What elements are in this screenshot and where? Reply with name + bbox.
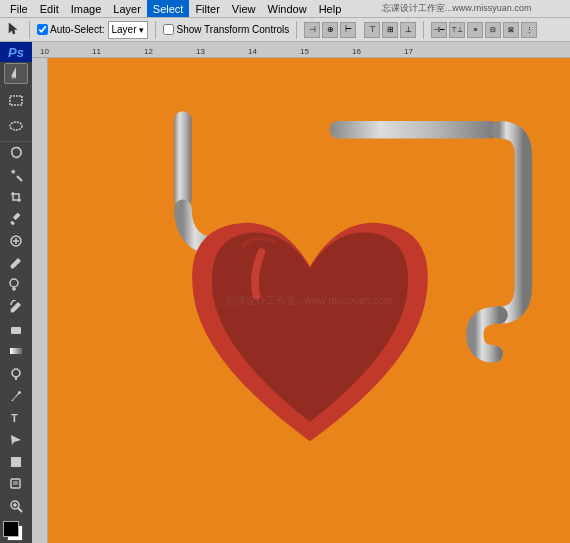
ps-logo: Ps	[0, 42, 32, 62]
move-tool-icon	[4, 21, 22, 39]
ellipse-marquee-tool[interactable]	[4, 114, 28, 138]
ruler-horizontal: 10 11 12 13 14 15 16 17	[32, 42, 570, 58]
clone-tool[interactable]	[4, 275, 28, 295]
select-tools	[0, 85, 32, 142]
svg-rect-12	[11, 327, 21, 334]
svg-marker-18	[11, 435, 21, 445]
toolbox: Ps	[0, 42, 32, 543]
align-center-h-btn[interactable]: ⊞	[382, 22, 398, 38]
watermark-menubar: 忘课设计工作室...www.missyuan.com	[347, 2, 566, 15]
svg-point-3	[10, 122, 22, 130]
shape-tool[interactable]	[4, 452, 28, 472]
ruler-h-tick-14: 14	[248, 47, 257, 56]
separator-1	[29, 21, 30, 39]
content-area: 10 11 12 13 14 15 16 17	[32, 42, 570, 543]
align-top-btn[interactable]: ⊤	[364, 22, 380, 38]
separator-3	[296, 21, 297, 39]
svg-marker-1	[11, 67, 16, 79]
lasso-tool[interactable]	[4, 143, 28, 163]
show-transform-label: Show Transform Controls	[176, 24, 289, 35]
align-buttons: ⊣ ⊕ ⊢ ⊤ ⊞ ⊥	[304, 22, 416, 38]
show-transform-checkbox-group: Show Transform Controls	[163, 24, 289, 35]
magic-wand-tool[interactable]	[4, 165, 28, 185]
canvas-wrapper: 忘课设计工作室...www.missyuan.com	[32, 58, 570, 543]
ruler-h-tick-12: 12	[144, 47, 153, 56]
menu-window[interactable]: Window	[262, 0, 313, 17]
artwork-svg	[48, 58, 570, 543]
toolbar: Auto-Select: Layer Show Transform Contro…	[0, 18, 570, 42]
svg-rect-13	[10, 348, 22, 354]
dodge-tool[interactable]	[4, 363, 28, 383]
menu-select[interactable]: Select	[147, 0, 190, 17]
menu-help[interactable]: Help	[313, 0, 348, 17]
menu-file[interactable]: File	[4, 0, 34, 17]
menu-layer[interactable]: Layer	[107, 0, 147, 17]
history-brush-tool[interactable]	[4, 297, 28, 317]
svg-line-4	[17, 176, 22, 181]
canvas[interactable]: 忘课设计工作室...www.missyuan.com	[48, 58, 570, 543]
move-tool[interactable]	[4, 63, 28, 83]
pen-tool[interactable]	[4, 386, 28, 406]
ruler-vertical	[32, 58, 48, 543]
svg-rect-27	[174, 111, 191, 208]
notes-tool[interactable]	[4, 474, 28, 494]
menu-image[interactable]: Image	[65, 0, 108, 17]
dist-h-btn[interactable]: ⊣⊢	[431, 22, 447, 38]
color-boxes	[3, 521, 29, 543]
svg-rect-6	[13, 212, 21, 220]
gradient-tool[interactable]	[4, 341, 28, 361]
svg-marker-5	[10, 168, 16, 174]
main-area: Ps	[0, 42, 570, 543]
dist-6-btn[interactable]: ⋮	[521, 22, 537, 38]
dist-5-btn[interactable]: ⊠	[503, 22, 519, 38]
auto-select-label: Auto-Select:	[50, 24, 104, 35]
separator-2	[155, 21, 156, 39]
eraser-tool[interactable]	[4, 319, 28, 339]
foreground-color[interactable]	[3, 521, 19, 537]
separator-4	[423, 21, 424, 39]
eyedropper-tool[interactable]	[4, 209, 28, 229]
distribute-buttons: ⊣⊢ ⊤⊥ ≡ ⊟ ⊠ ⋮	[431, 22, 537, 38]
crop-tool[interactable]	[4, 187, 28, 207]
menu-edit[interactable]: Edit	[34, 0, 65, 17]
brush-tool[interactable]	[4, 253, 28, 273]
align-right-btn[interactable]: ⊢	[340, 22, 356, 38]
ruler-h-tick-15: 15	[300, 47, 309, 56]
menu-view[interactable]: View	[226, 0, 262, 17]
menu-bar: File Edit Image Layer Select Filter View…	[0, 0, 570, 18]
svg-text:T: T	[11, 412, 18, 424]
ruler-h-tick-11: 11	[92, 47, 101, 56]
svg-rect-19	[11, 457, 21, 467]
show-transform-checkbox[interactable]	[163, 24, 174, 35]
svg-line-24	[18, 508, 22, 512]
align-center-v-btn[interactable]: ⊕	[322, 22, 338, 38]
svg-point-16	[18, 391, 21, 394]
svg-point-11	[10, 279, 18, 287]
ruler-h-tick-16: 16	[352, 47, 361, 56]
rect-marquee-tool[interactable]	[4, 88, 28, 112]
svg-rect-2	[10, 96, 22, 105]
align-bottom-btn[interactable]: ⊥	[400, 22, 416, 38]
align-left-btn[interactable]: ⊣	[304, 22, 320, 38]
auto-select-checkbox[interactable]	[37, 24, 48, 35]
type-tool[interactable]: T	[4, 408, 28, 428]
dist-v-btn[interactable]: ⊤⊥	[449, 22, 465, 38]
zoom-tool[interactable]	[4, 496, 28, 516]
menu-filter[interactable]: Filter	[189, 0, 225, 17]
ruler-h-tick-10: 10	[40, 47, 49, 56]
ruler-h-tick-17: 17	[404, 47, 413, 56]
path-select-tool[interactable]	[4, 430, 28, 450]
layer-dropdown[interactable]: Layer	[108, 21, 148, 39]
heal-tool[interactable]	[4, 231, 28, 251]
svg-rect-29	[329, 121, 499, 138]
svg-rect-7	[10, 220, 15, 225]
dist-4-btn[interactable]: ⊟	[485, 22, 501, 38]
dist-3-btn[interactable]: ≡	[467, 22, 483, 38]
auto-select-checkbox-group: Auto-Select:	[37, 24, 104, 35]
svg-point-14	[12, 369, 20, 377]
ruler-h-tick-13: 13	[196, 47, 205, 56]
svg-marker-0	[9, 23, 17, 34]
